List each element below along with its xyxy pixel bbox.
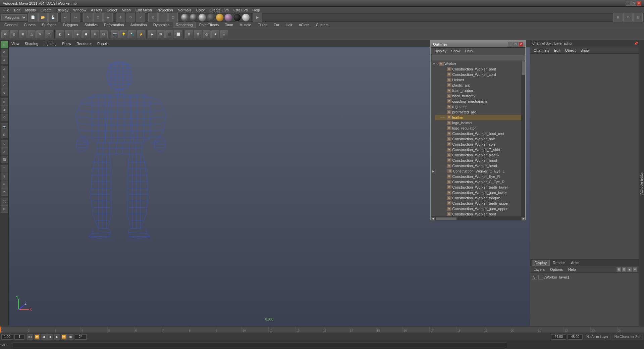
toolbar-redo[interactable]: ↪ (71, 13, 80, 22)
shelf-tab-general[interactable]: General (1, 22, 20, 28)
tool-soft-mod[interactable]: ⊛ (1, 98, 8, 106)
toolbar-render[interactable]: ▶ (253, 13, 262, 22)
shelf-icon-19[interactable]: ⬛ (165, 30, 173, 38)
sphere-gold[interactable] (216, 13, 224, 21)
sphere-smooth[interactable] (190, 13, 198, 21)
tool-scale[interactable]: ⤢ (1, 81, 8, 89)
shelf-icon-16[interactable]: ⚡ (137, 30, 145, 38)
toolbar-snap-point[interactable]: ⊡ (168, 13, 178, 22)
shelf-icon-12[interactable]: ⬠ (100, 30, 108, 38)
tool-curve-tool[interactable]: ⌒ (1, 165, 8, 172)
tool-sculpt[interactable]: ◑ (1, 106, 8, 113)
timeline-track[interactable]: 1 2 3 4 5 6 7 8 9 10 11 12 13 14 15 16 1… (0, 327, 644, 333)
shelf-icon-22[interactable]: ⊟ (194, 30, 202, 38)
tick-19[interactable]: 19 (483, 327, 510, 333)
outliner-scrollbar[interactable] (521, 61, 525, 216)
outliner-item-hair[interactable]: ──○ ⊞ Construction_Worker_hair (435, 136, 525, 142)
layer-menu-options[interactable]: Options (548, 267, 565, 272)
toolbar-right3[interactable]: ☷ (633, 13, 643, 22)
shelf-icon-14[interactable]: 💡 (119, 30, 127, 38)
outliner-item-coupling[interactable]: ──○ ⊞ coupling_mechanism (435, 99, 525, 104)
menu-file[interactable]: File (1, 7, 11, 13)
menu-assets[interactable]: Assets (89, 7, 104, 13)
playback-skip-start[interactable]: ⏮ (27, 334, 33, 340)
tool-render-view[interactable]: 🖼 (1, 156, 8, 163)
playback-next-frame[interactable]: ⏩ (61, 334, 67, 340)
outliner-item-protracted[interactable]: ──○ ⊞ protracted_arc (435, 109, 525, 115)
shelf-tab-polygons[interactable]: Polygons (60, 22, 81, 28)
outliner-item-logo-reg[interactable]: ──○ ⊞ logo_regulator (435, 126, 525, 131)
shelf-icon-10[interactable]: ⬟ (82, 30, 90, 38)
layer-tab-render[interactable]: Render (550, 260, 568, 266)
layer-menu-layers[interactable]: Layers (532, 267, 547, 272)
tool-paint-select[interactable]: ◈ (1, 56, 8, 64)
tool-region[interactable]: ⊡ (1, 131, 8, 138)
outliner-content[interactable]: ▼ ▽ ⊞ Worker ──○ ⊞ Construction_Worker_p… (431, 61, 525, 216)
tick-23[interactable]: 23 (590, 327, 617, 333)
shelf-tab-custom[interactable]: Custom (313, 22, 332, 28)
toolbar-snap-curve[interactable]: ⌒ (158, 13, 168, 22)
shelf-tab-toon[interactable]: Toon (222, 22, 236, 28)
anim-layer-selector[interactable]: No Anim Layer (584, 334, 611, 340)
toolbar-new[interactable]: 📄 (28, 13, 38, 22)
worker-expand-icon[interactable]: ▼ (432, 62, 436, 66)
toolbar-paint[interactable]: ◈ (103, 13, 113, 22)
menu-modify[interactable]: Modify (23, 7, 38, 13)
shelf-icon-6[interactable]: ⬡ (45, 30, 53, 38)
outliner-item-logo-helmet[interactable]: ──○ ⊞ logo_helmet (435, 120, 525, 126)
playback-current-frame[interactable] (14, 334, 24, 340)
tool-ep-curve[interactable]: ⌇ (1, 173, 8, 180)
shelf-icon-4[interactable]: △ (28, 30, 36, 38)
toolbar-snap-grid[interactable]: ⊞ (148, 13, 158, 22)
shelf-tab-subdivs[interactable]: Subdivs (82, 22, 101, 28)
tick-18[interactable]: 18 (456, 327, 483, 333)
playback-play[interactable]: ▶ (54, 334, 60, 340)
menu-create[interactable]: Create (39, 7, 54, 13)
outliner-item-tongue[interactable]: ──○ ⊞ Construction_Worker_tongue (435, 195, 525, 201)
outliner-item-plastic-arc[interactable]: ──○ ⊞ plastic_arc (435, 83, 525, 88)
menu-select[interactable]: Select (105, 7, 119, 13)
menu-color[interactable]: Color (194, 7, 207, 13)
outliner-maximize[interactable]: □ (513, 42, 518, 47)
menu-help[interactable]: Help (251, 7, 262, 13)
menu-projection[interactable]: Projection (155, 7, 175, 13)
menu-mesh[interactable]: Mesh (120, 7, 133, 13)
tick-21[interactable]: 21 (537, 327, 564, 333)
layer-btn-3[interactable]: ▲ (627, 267, 632, 272)
playback-range-end[interactable] (75, 334, 87, 340)
outliner-menu-help[interactable]: Help (463, 48, 475, 54)
tool-render-settings[interactable]: ⚙ (1, 140, 8, 148)
outliner-item-boot-met[interactable]: ──○ ⊞ Construction_Worker_boot_met (435, 131, 525, 136)
playback-skip-end[interactable]: ⏭ (67, 334, 73, 340)
toolbar-open[interactable]: 📂 (38, 13, 48, 22)
attribute-editor-strip[interactable]: Attribute Editor (639, 40, 644, 326)
maximize-button[interactable]: □ (631, 1, 636, 6)
tick-7[interactable]: 7 (161, 327, 188, 333)
outliner-item-hand[interactable]: ──○ ⊞ Construction_Worker_hand (435, 158, 525, 163)
outliner-search-input[interactable] (432, 55, 525, 60)
layer-btn-1[interactable]: ⊞ (616, 267, 621, 272)
tick-4[interactable]: 4 (80, 327, 107, 333)
layer-menu-help[interactable]: Help (566, 267, 578, 272)
viewport-menu-renderer[interactable]: Renderer (76, 42, 92, 46)
outliner-item-head[interactable]: ──○ ⊞ Construction_Worker_head (435, 163, 525, 168)
outliner-item-plastik[interactable]: ──○ ⊞ Construction_Worker_plastik (435, 152, 525, 158)
playback-play-back[interactable]: ◀ (41, 334, 47, 340)
shelf-tab-hair[interactable]: Hair (283, 22, 296, 28)
tick-1[interactable]: 1 (0, 327, 27, 333)
shelf-icon-3[interactable]: ⊞ (19, 30, 27, 38)
menu-display[interactable]: Display (54, 7, 70, 13)
sphere-glass[interactable] (207, 13, 215, 21)
tick-6[interactable]: 6 (134, 327, 161, 333)
outliner-item-cord[interactable]: ──○ ⊞ Construction_Worker_cord (435, 72, 525, 77)
shelf-icon-2[interactable]: ◎ (10, 30, 18, 38)
menu-window[interactable]: Window (71, 7, 88, 13)
outliner-item-gum-upper[interactable]: ──○ ⊞ Construction_Worker_gum_upper (435, 206, 525, 211)
outliner-item-teeth-lower[interactable]: ──○ ⊞ Construction_Worker_teeth_lower (435, 185, 525, 190)
tool-universal[interactable]: ⊕ (1, 89, 8, 96)
shelf-icon-15[interactable]: 🔦 (128, 30, 136, 38)
sphere-purple[interactable] (224, 13, 232, 21)
menu-edit-mesh[interactable]: Edit Mesh (133, 7, 154, 13)
shelf-icon-17[interactable]: ▶ (148, 30, 156, 38)
outliner-minimize[interactable]: _ (508, 42, 513, 47)
